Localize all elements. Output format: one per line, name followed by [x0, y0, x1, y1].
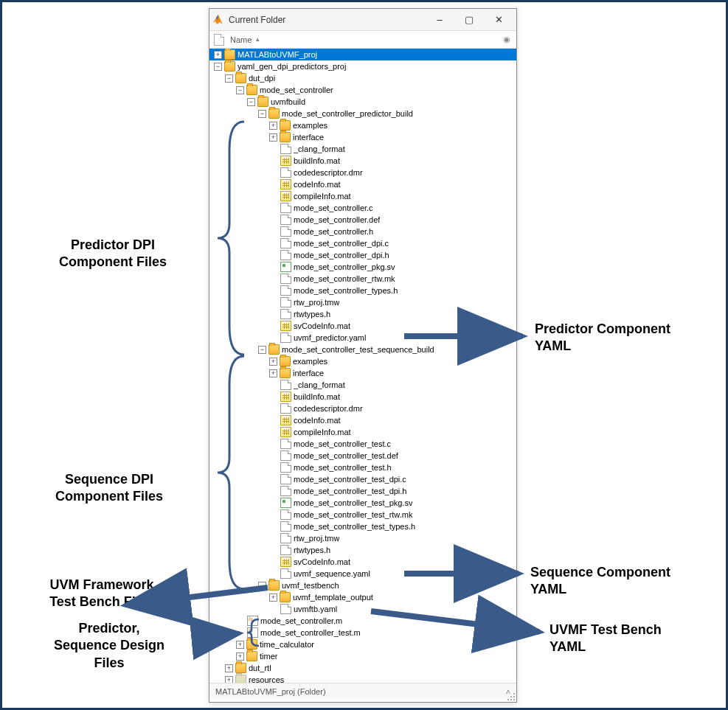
tree-item-label: mode_set_controller_test_types.h [294, 522, 415, 531]
tree-row[interactable]: rtwtypes.h [209, 308, 516, 320]
folder-icon [235, 663, 246, 673]
tree-row[interactable]: +resources [209, 674, 516, 683]
tree-item-label: mode_set_controller_test_pkg.sv [294, 498, 412, 507]
tree-row[interactable]: mode_set_controller_test.c [209, 438, 516, 450]
expand-icon[interactable]: + [269, 133, 277, 142]
tree-row[interactable]: _clang_format [209, 379, 516, 391]
tree-row[interactable]: mode_set_controller_test_dpi.h [209, 485, 516, 497]
folder-icon [280, 356, 291, 366]
minimize-button[interactable]: ‒ [425, 10, 454, 30]
tree-row[interactable]: rtw_proj.tmw [209, 296, 516, 308]
expand-icon[interactable]: + [269, 122, 277, 130]
tree-row[interactable]: −mode_set_controller_test_sequence_build [209, 344, 516, 355]
collapse-icon[interactable]: − [214, 63, 222, 71]
tree-row[interactable]: −dut_dpi [209, 72, 516, 84]
tree-row[interactable]: −uvmfbuild [209, 96, 516, 108]
tree-row[interactable]: buildInfo.mat [209, 391, 516, 403]
tree-item-label: mode_set_controller.h [294, 227, 373, 236]
tree-row[interactable]: +interface [209, 131, 516, 143]
mat-icon [280, 427, 291, 437]
tree-row[interactable]: mode_set_controller_test.def [209, 450, 516, 462]
name-column-label: Name [230, 35, 252, 44]
tree-row[interactable]: codeInfo.mat [209, 414, 516, 426]
tree-row[interactable]: mode_set_controller_rtw.mk [209, 273, 516, 285]
tree-row[interactable]: _clang_format [209, 143, 516, 155]
expand-icon[interactable]: + [269, 358, 277, 366]
tree-item-label: mode_set_controller_dpi.c [294, 239, 389, 248]
tree-row[interactable]: −yaml_gen_dpi_predictors_proj [209, 60, 516, 72]
folder-dim-icon [235, 675, 246, 683]
tree-item-label: uvmf_template_output [293, 593, 373, 602]
collapse-icon[interactable]: − [258, 110, 266, 118]
file-icon [280, 450, 291, 461]
tree-row[interactable]: mode_set_controller_test.h [209, 462, 516, 473]
expand-icon[interactable]: + [214, 51, 222, 59]
tree-row[interactable]: +timer [209, 650, 516, 662]
tree-row[interactable]: rtwtypes.h [209, 544, 516, 556]
tree-row[interactable]: −mode_set_controller_predictor_build [209, 108, 516, 119]
svg-line-3 [371, 611, 539, 632]
tree-row[interactable]: mode_set_controller_types.h [209, 285, 516, 296]
tree-row[interactable]: +MATLABtoUVMF_proj [209, 49, 516, 60]
tree-item-label: yaml_gen_dpi_predictors_proj [238, 62, 346, 71]
tree-row[interactable]: mode_set_controller_dpi.h [209, 249, 516, 261]
tree-item-label: rtw_proj.tmw [294, 534, 339, 543]
tree-item-label: compileInfo.mat [294, 192, 351, 201]
expand-icon[interactable]: + [225, 664, 233, 672]
arrow-tb-yaml [370, 608, 550, 638]
tree-row[interactable]: rtw_proj.tmw [209, 532, 516, 544]
tree-row[interactable]: mode_set_controller_test_rtw.mk [209, 509, 516, 521]
tree-row[interactable]: compileInfo.mat [209, 190, 516, 202]
collapse-icon[interactable]: − [258, 346, 266, 354]
expand-icon[interactable]: + [269, 369, 277, 377]
folder-icon [246, 85, 257, 95]
tree-row[interactable]: codeInfo.mat [209, 178, 516, 190]
file-icon [280, 545, 291, 555]
resize-grip[interactable] [506, 692, 515, 700]
tree-row[interactable]: codedescriptor.dmr [209, 167, 516, 178]
maximize-button[interactable]: ▢ [454, 10, 484, 30]
tree-item-label: uvmf_testbench [282, 581, 339, 590]
expand-icon[interactable]: + [236, 652, 244, 661]
tree-item-label: dut_rtl [249, 664, 271, 672]
collapse-icon[interactable]: − [236, 86, 244, 94]
tree-row[interactable]: mode_set_controller.h [209, 226, 516, 237]
file-icon [280, 403, 291, 414]
annotation-uvm-framework: UVM FrameworkTest Bench Files [24, 577, 179, 611]
svg-line-2 [184, 588, 268, 598]
tree-item-label: mode_set_controller [260, 86, 333, 94]
tree-row[interactable]: mode_set_controller.def [209, 214, 516, 226]
arrow-predictor-yaml [404, 330, 533, 343]
folder-icon [224, 61, 235, 72]
tree-row[interactable]: buildInfo.mat [209, 155, 516, 167]
tree-row[interactable]: −mode_set_controller [209, 84, 516, 96]
tree-row[interactable]: mode_set_controller_test_pkg.sv [209, 497, 516, 509]
file-icon [280, 439, 291, 449]
tree-row[interactable]: mode_set_controller_pkg.sv [209, 261, 516, 273]
tree-row[interactable]: svCodeInfo.mat [209, 556, 516, 568]
tree-item-label: codedescriptor.dmr [294, 168, 363, 177]
tree-item-label: mode_set_controller_types.h [294, 286, 398, 295]
tree-row[interactable]: +examples [209, 119, 516, 131]
tree-row[interactable]: compileInfo.mat [209, 426, 516, 438]
tree-item-label: mode_set_controller_rtw.mk [294, 274, 395, 283]
collapse-icon[interactable]: − [247, 98, 255, 106]
column-header[interactable]: Name▲ ◉ [209, 31, 516, 49]
close-button[interactable]: ✕ [484, 10, 513, 30]
folder-icon [246, 651, 257, 661]
annotation-sequence-dpi: Sequence DPIComponent Files [35, 471, 183, 506]
tree-row[interactable]: mode_set_controller_test_types.h [209, 521, 516, 532]
sort-asc-icon: ▲ [254, 36, 260, 43]
tree-row[interactable]: mode_set_controller_dpi.c [209, 237, 516, 249]
settings-icon[interactable]: ◉ [502, 35, 512, 45]
annotation-sequence-yaml: Sequence ComponentYAML [530, 564, 707, 599]
tree-row[interactable]: codedescriptor.dmr [209, 403, 516, 414]
tree-row[interactable]: mode_set_controller_test_dpi.c [209, 473, 516, 485]
expand-icon[interactable]: + [225, 676, 233, 683]
tree-row[interactable]: +examples [209, 355, 516, 367]
tree-row[interactable]: +dut_rtl [209, 662, 516, 674]
tree-row[interactable]: mode_set_controller.c [209, 202, 516, 214]
collapse-icon[interactable]: − [225, 74, 233, 83]
tree-item-label: resources [249, 675, 284, 683]
tree-row[interactable]: +interface [209, 367, 516, 379]
